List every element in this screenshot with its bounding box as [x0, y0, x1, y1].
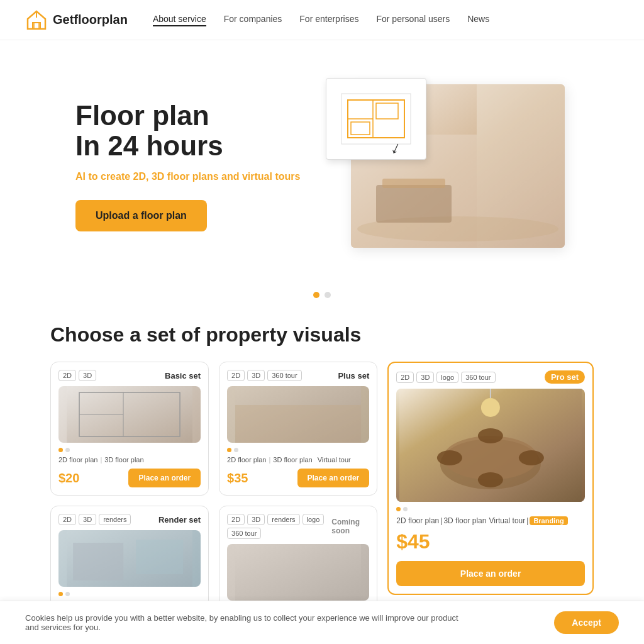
pro-tag-2d: 2D — [396, 372, 414, 383]
plus-tags: 2D 3D 360 tour — [227, 370, 302, 381]
coming-soon-label: Coming soon — [331, 518, 369, 535]
carousel-dots — [0, 292, 644, 298]
pro-price: $45 — [396, 530, 430, 553]
svg-point-26 — [437, 450, 462, 465]
svg-point-29 — [478, 472, 503, 487]
basic-order-button[interactable]: Place an order — [128, 469, 201, 487]
plus-card-header: 2D 3D 360 tour Plus set — [227, 370, 369, 381]
svg-point-30 — [481, 398, 500, 417]
hero-subtitle: AI to create 2D, 3D floor plans and virt… — [75, 171, 322, 182]
choose-title: Choose a set of property visuals — [50, 323, 594, 347]
plus-footer: $35 Place an order — [227, 469, 369, 487]
pro-tag-logo: logo — [436, 372, 458, 383]
coming-card-image — [227, 544, 369, 601]
pro-price-row: $45 — [396, 530, 585, 553]
plus-tag-360: 360 tour — [267, 370, 301, 381]
coming-tag-logo: logo — [303, 514, 325, 525]
svg-rect-19 — [136, 540, 183, 574]
coming-tag-renders: renders — [267, 514, 299, 525]
render-tag-renders: renders — [99, 514, 131, 525]
svg-rect-0 — [34, 23, 39, 29]
pro-branding-badge: Branding — [530, 516, 567, 525]
coming-tag-3d: 3D — [247, 514, 265, 525]
pro-tag-360: 360 tour — [461, 372, 495, 383]
plus-set-label: Plus set — [338, 371, 369, 380]
svg-point-27 — [519, 450, 544, 465]
render-tags: 2D 3D renders — [58, 514, 131, 525]
floor-plan-visual: ↓ — [326, 78, 565, 254]
nav-for-enterprises[interactable]: For enterprises — [299, 14, 358, 26]
basic-card-dots — [58, 448, 201, 452]
nav-for-companies[interactable]: For companies — [224, 14, 282, 26]
navbar: Getfloorplan About service For companies… — [0, 0, 644, 40]
logo-text: Getfloorplan — [53, 13, 128, 27]
svg-point-28 — [478, 428, 503, 443]
pro-card-header: 2D 3D logo 360 tour Pro set — [396, 370, 585, 384]
plus-card-dots — [227, 448, 369, 452]
svg-rect-21 — [235, 405, 361, 443]
coming-tag-2d: 2D — [227, 514, 245, 525]
coming-card-header: 2D 3D renders logo 360 tour Coming soon — [227, 514, 369, 539]
pro-order-button[interactable]: Place an order — [396, 561, 585, 586]
pro-card-dots — [396, 507, 585, 511]
plus-card-image — [227, 386, 369, 443]
svg-rect-5 — [376, 185, 452, 223]
pro-tag-3d: 3D — [416, 372, 434, 383]
nav-about-service[interactable]: About service — [153, 14, 206, 26]
hero-image: ↓ — [322, 78, 569, 254]
svg-rect-18 — [73, 543, 123, 580]
plus-features: 2D floor plan | 3D floor plan Virtual to… — [227, 456, 369, 464]
hero-text: Floor plan In 24 hours AI to create 2D, … — [75, 101, 322, 232]
render-set-label: Render set — [158, 515, 201, 525]
dot-2[interactable] — [325, 292, 331, 298]
logo-icon — [25, 9, 48, 31]
hero-title: Floor plan In 24 hours — [75, 101, 322, 162]
cookie-text: Cookies help us provide you with a bette… — [25, 613, 465, 632]
plus-set-card: 2D 3D 360 tour Plus set — [219, 362, 377, 496]
choose-section: Choose a set of property visuals 2D 3D B… — [0, 311, 644, 644]
nav-links: About service For companies For enterpri… — [153, 14, 489, 26]
basic-footer: $20 Place an order — [58, 469, 201, 487]
dot-1[interactable] — [313, 292, 319, 298]
basic-card-image — [58, 386, 201, 443]
coming-tags: 2D 3D renders logo 360 tour — [227, 514, 331, 539]
pro-tags: 2D 3D logo 360 tour — [396, 372, 495, 383]
render-tag-3d: 3D — [79, 514, 96, 525]
basic-card-header: 2D 3D Basic set — [58, 370, 201, 381]
basic-set-card: 2D 3D Basic set — [50, 362, 209, 496]
basic-set-label: Basic set — [165, 371, 201, 380]
render-tag-2d: 2D — [58, 514, 76, 525]
render-card-header: 2D 3D renders Render set — [58, 514, 201, 525]
basic-price: $20 — [58, 471, 79, 486]
svg-rect-6 — [382, 179, 445, 188]
nav-news[interactable]: News — [467, 14, 489, 26]
plus-tag-2d: 2D — [227, 370, 245, 381]
hero-section: Floor plan In 24 hours AI to create 2D, … — [0, 40, 644, 279]
plus-tag-3d: 3D — [247, 370, 265, 381]
pro-set-label: Pro set — [545, 370, 585, 384]
pro-card-image — [396, 389, 585, 502]
accept-cookies-button[interactable]: Accept — [554, 611, 619, 634]
nav-for-personal-users[interactable]: For personal users — [376, 14, 450, 26]
logo[interactable]: Getfloorplan — [25, 9, 128, 31]
plus-price: $35 — [227, 471, 248, 486]
coming-tag-360: 360 tour — [227, 528, 261, 539]
basic-tag-3d: 3D — [79, 370, 96, 381]
basic-tags: 2D 3D — [58, 370, 96, 381]
basic-tag-2d: 2D — [58, 370, 76, 381]
render-card-image — [58, 530, 201, 587]
plus-order-button[interactable]: Place an order — [297, 469, 370, 487]
render-card-dots — [58, 592, 201, 596]
svg-rect-22 — [235, 544, 361, 601]
cookie-bar: Cookies help us provide you with a bette… — [0, 601, 644, 644]
basic-features: 2D floor plan | 3D floor plan — [58, 456, 201, 464]
upload-floor-plan-button[interactable]: Upload a floor plan — [75, 200, 207, 231]
pro-set-card: 2D 3D logo 360 tour Pro set — [387, 362, 594, 595]
pro-features: 2D floor plan | 3D floor plan Virtual to… — [396, 516, 585, 525]
floor-plan-sketch — [326, 78, 426, 160]
